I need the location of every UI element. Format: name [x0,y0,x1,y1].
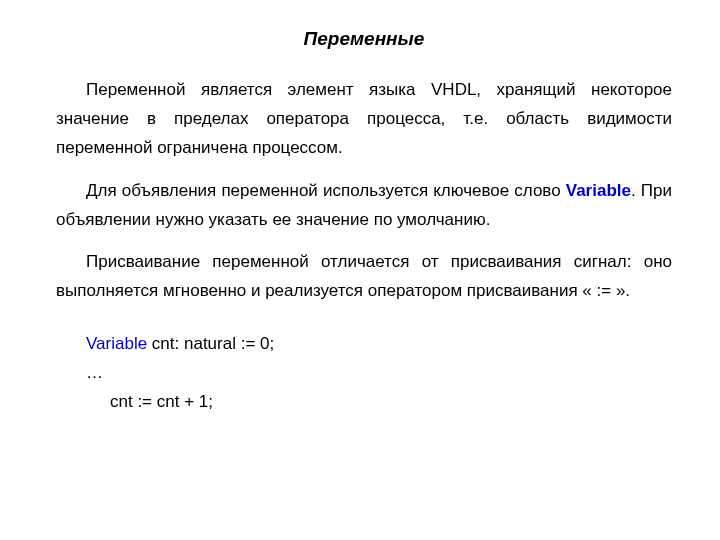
code-example: Variable cnt: natural := 0; … cnt := cnt… [86,330,672,417]
code-line-1: Variable cnt: natural := 0; [86,330,672,359]
page-title: Переменные [56,28,672,50]
code-line-2: … [86,359,672,388]
code-line-1-rest: cnt: natural := 0; [147,334,274,353]
paragraph-2: Для объявления переменной используется к… [56,177,672,235]
paragraph-2-text-a: Для объявления переменной используется к… [86,181,566,200]
paragraph-1: Переменной является элемент языка VHDL, … [56,76,672,163]
document-page: Переменные Переменной является элемент я… [0,0,720,445]
paragraph-3: Присваивание переменной отличается от пр… [56,248,672,306]
code-keyword-variable: Variable [86,334,147,353]
keyword-variable: Variable [566,181,631,200]
paragraph-3-text: Присваивание переменной отличается от пр… [56,252,672,300]
code-line-3: cnt := cnt + 1; [110,388,672,417]
paragraph-1-text: Переменной является элемент языка VHDL, … [56,80,672,157]
